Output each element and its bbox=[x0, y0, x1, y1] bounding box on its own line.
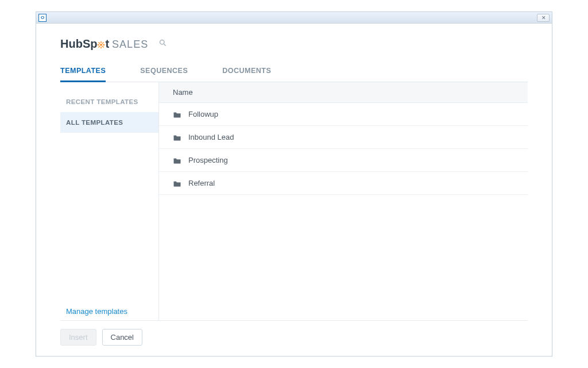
folder-icon bbox=[173, 111, 181, 118]
list-row[interactable]: Followup bbox=[159, 103, 528, 126]
brand-hub: HubSp bbox=[60, 37, 97, 51]
sidebar-item-recent-templates[interactable]: RECENT TEMPLATES bbox=[60, 91, 158, 112]
sprocket-icon bbox=[97, 41, 105, 49]
brand-row: HubSp t SALES bbox=[60, 37, 528, 51]
list-header-name: Name bbox=[159, 82, 528, 103]
dialog-window: O ✕ HubSp t SALES TEMPLATES SEQUENCES DO… bbox=[36, 12, 552, 356]
list-row-label: Prospecting bbox=[188, 156, 228, 164]
list-row[interactable]: Inbound Lead bbox=[159, 126, 528, 149]
list-row-label: Inbound Lead bbox=[188, 133, 234, 141]
main-row: RECENT TEMPLATES ALL TEMPLATES Manage te… bbox=[60, 82, 528, 320]
folder-icon bbox=[173, 134, 181, 141]
folder-icon bbox=[173, 180, 181, 187]
sidebar-item-all-templates[interactable]: ALL TEMPLATES bbox=[60, 112, 158, 133]
tabs: TEMPLATES SEQUENCES DOCUMENTS bbox=[60, 63, 528, 82]
manage-templates-link[interactable]: Manage templates bbox=[60, 307, 158, 320]
close-button[interactable]: ✕ bbox=[537, 14, 550, 22]
list-row-label: Followup bbox=[188, 110, 218, 118]
tab-templates[interactable]: TEMPLATES bbox=[60, 63, 106, 82]
search-icon[interactable] bbox=[158, 39, 167, 49]
tab-documents[interactable]: DOCUMENTS bbox=[222, 63, 271, 82]
svg-point-0 bbox=[100, 44, 103, 46]
titlebar: O ✕ bbox=[36, 12, 552, 24]
svg-point-1 bbox=[160, 40, 165, 45]
insert-button: Insert bbox=[60, 329, 96, 346]
list-row[interactable]: Prospecting bbox=[159, 149, 528, 172]
list-row[interactable]: Referral bbox=[159, 172, 528, 195]
list-pane: Name Followup Inbound Lead bbox=[159, 82, 528, 320]
brand-logo: HubSp t SALES bbox=[60, 37, 148, 51]
folder-icon bbox=[173, 157, 181, 164]
content-area: HubSp t SALES TEMPLATES SEQUENCES DOCUME… bbox=[36, 24, 552, 356]
cancel-button[interactable]: Cancel bbox=[102, 329, 142, 346]
outlook-icon: O bbox=[38, 14, 47, 22]
svg-line-2 bbox=[164, 44, 166, 45]
brand-sales: SALES bbox=[112, 39, 148, 51]
list-row-label: Referral bbox=[188, 179, 215, 187]
sidebar: RECENT TEMPLATES ALL TEMPLATES Manage te… bbox=[60, 82, 159, 320]
brand-t: t bbox=[105, 37, 109, 51]
footer: Insert Cancel bbox=[60, 320, 528, 346]
sidebar-spacer bbox=[60, 133, 158, 307]
tab-sequences[interactable]: SEQUENCES bbox=[140, 63, 188, 82]
